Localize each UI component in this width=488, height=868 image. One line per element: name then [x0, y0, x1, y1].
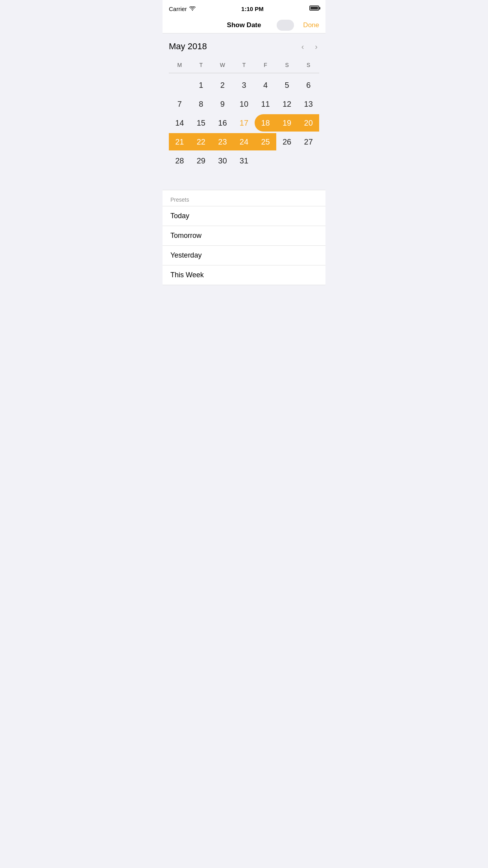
cal-cell-15[interactable]: 15 [190, 113, 212, 132]
page-title: Show Date [227, 21, 261, 29]
cal-cell-21[interactable]: 21 [169, 132, 190, 151]
carrier-label: Carrier [169, 6, 187, 12]
preset-this-week[interactable]: This Week [163, 265, 325, 285]
cal-cell-20[interactable]: 20 [298, 113, 319, 132]
cal-cell-10[interactable]: 10 [233, 95, 255, 113]
cal-cell-30[interactable]: 30 [212, 151, 233, 170]
cal-cell-19[interactable]: 19 [276, 113, 298, 132]
calendar-week-4: 21 22 23 24 25 26 27 [169, 132, 319, 151]
cal-cell-3[interactable]: 3 [233, 76, 255, 95]
cal-cell-7[interactable]: 7 [169, 95, 190, 113]
calendar-week-2: 7 8 9 10 11 12 13 [169, 95, 319, 113]
day-header-fri: F [255, 59, 276, 70]
cal-cell-31[interactable]: 31 [233, 151, 255, 170]
calendar-days-header: M T W T F S S [169, 59, 319, 70]
cal-cell-6[interactable]: 6 [298, 76, 319, 95]
battery-indicator [309, 5, 319, 12]
cal-cell-17-today[interactable]: 17 [233, 113, 255, 132]
calendar-section: May 2018 ‹ › M T W T F S S 1 2 3 4 5 6 7… [163, 33, 325, 182]
cal-cell-26[interactable]: 26 [276, 132, 298, 151]
cal-cell-27[interactable]: 27 [298, 132, 319, 151]
calendar-nav-buttons: ‹ › [300, 42, 319, 51]
day-header-mon: M [169, 59, 190, 70]
cal-cell-18[interactable]: 18 [255, 113, 276, 132]
status-time: 1:10 PM [241, 6, 264, 12]
nav-bar: Show Date Done [163, 17, 325, 33]
cal-cell-empty-1[interactable] [169, 76, 190, 95]
day-header-tue: T [190, 59, 212, 70]
next-month-button[interactable]: › [313, 42, 319, 51]
done-button[interactable]: Done [303, 21, 319, 29]
calendar-week-5: 28 29 30 31 [169, 151, 319, 170]
day-header-sat: S [276, 59, 298, 70]
cal-cell-empty-2 [255, 151, 276, 170]
preset-tomorrow[interactable]: Tomorrow [163, 226, 325, 245]
cal-cell-23[interactable]: 23 [212, 132, 233, 151]
calendar-week-1: 1 2 3 4 5 6 [169, 76, 319, 95]
prev-month-button[interactable]: ‹ [300, 42, 306, 51]
cal-cell-22[interactable]: 22 [190, 132, 212, 151]
day-header-sun: S [298, 59, 319, 70]
cal-cell-29[interactable]: 29 [190, 151, 212, 170]
calendar-header: May 2018 ‹ › [169, 41, 319, 52]
preset-today[interactable]: Today [163, 206, 325, 226]
show-date-toggle[interactable] [277, 20, 294, 31]
presets-header: Presets [163, 190, 325, 206]
carrier-info: Carrier [169, 6, 196, 12]
cal-cell-11[interactable]: 11 [255, 95, 276, 113]
cal-cell-2[interactable]: 2 [212, 76, 233, 95]
day-header-wed: W [212, 59, 233, 70]
cal-cell-8[interactable]: 8 [190, 95, 212, 113]
cal-cell-empty-3 [276, 151, 298, 170]
preset-yesterday[interactable]: Yesterday [163, 246, 325, 265]
cal-cell-16[interactable]: 16 [212, 113, 233, 132]
cal-cell-1[interactable]: 1 [190, 76, 212, 95]
cal-cell-4[interactable]: 4 [255, 76, 276, 95]
status-bar: Carrier 1:10 PM [163, 0, 325, 17]
cal-cell-25[interactable]: 25 [255, 132, 276, 151]
cal-cell-5[interactable]: 5 [276, 76, 298, 95]
day-header-thu: T [233, 59, 255, 70]
presets-section: Presets Today Tomorrow Yesterday This We… [163, 190, 325, 285]
calendar-week-3: 14 15 16 17 18 19 20 [169, 113, 319, 132]
cal-cell-13[interactable]: 13 [298, 95, 319, 113]
cal-cell-14[interactable]: 14 [169, 113, 190, 132]
cal-cell-9[interactable]: 9 [212, 95, 233, 113]
calendar-month-title: May 2018 [169, 41, 207, 52]
cal-cell-24[interactable]: 24 [233, 132, 255, 151]
wifi-icon [189, 6, 196, 12]
cal-cell-12[interactable]: 12 [276, 95, 298, 113]
cal-cell-28[interactable]: 28 [169, 151, 190, 170]
cal-cell-empty-4 [298, 151, 319, 170]
